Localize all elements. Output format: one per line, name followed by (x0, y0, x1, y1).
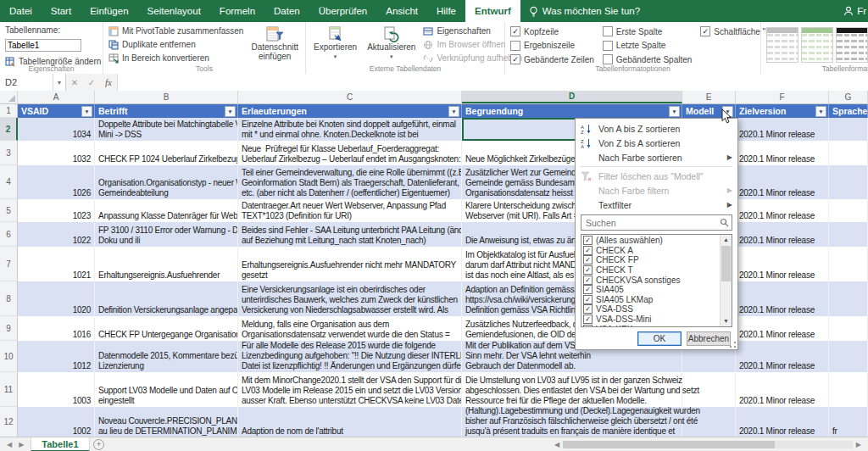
row-number[interactable]: 9 (0, 316, 18, 341)
scroll-up-icon[interactable]: ▲ (721, 235, 732, 245)
table-header-erlaeuterungen[interactable]: Erlaeuterungen▼ (238, 104, 462, 118)
tab-start[interactable]: Start (42, 0, 81, 22)
cell[interactable] (829, 247, 868, 281)
cell[interactable]: 1026 (18, 165, 95, 199)
cell[interactable]: Teil einer Gemeindeverwaltung, die eine … (238, 165, 462, 199)
cell[interactable]: (Haltung).Lagebestimmung und (Deckel).La… (462, 407, 682, 437)
checkbox-letzte-spalte[interactable]: Letzte Spalte (603, 41, 693, 51)
cell[interactable] (829, 165, 868, 199)
filter-value[interactable]: ✓CHECK T (583, 265, 720, 276)
row-number[interactable]: 6 (0, 222, 18, 247)
cell[interactable]: Support LV03 Modelle und Daten auf CHECK… (95, 372, 238, 407)
cell[interactable]: Datenmodelle 2015, Kommentare bezüglich … (95, 341, 238, 372)
row-number-1[interactable]: 1 (0, 104, 18, 118)
menu-item-sort-az[interactable]: AZ Von A bis Z sortieren (579, 121, 734, 136)
cell[interactable]: Neue Prüfregel für Klasse Ueberlauf_Foer… (238, 141, 462, 165)
cell[interactable]: Für alle Modelle des Release 2015 wurde … (238, 341, 462, 372)
cell[interactable]: Meldung, falls eine Organisation aus dem… (238, 316, 462, 341)
cell-f2[interactable]: 2020.1 Minor release (736, 118, 829, 141)
filter-button-erlaeuterungen[interactable]: ▼ (448, 106, 459, 117)
checkbox-kopfzeile[interactable]: ✓Kopfzeile (510, 26, 594, 36)
sheet-nav-left-icon[interactable]: ◀ (7, 441, 12, 448)
cell[interactable]: Definition Versickerungsanlage angepasst (95, 281, 238, 316)
scrollbar-thumb[interactable] (721, 246, 731, 281)
cell[interactable]: Erhaltungsereignis.Ausfuehrender nicht m… (238, 247, 462, 281)
tab-einfuegen[interactable]: Einfügen (81, 0, 137, 22)
table-header-begruendung[interactable]: Begruendung▼ (462, 104, 682, 118)
confirm-entry-icon[interactable]: ✓ (83, 78, 100, 87)
table-header-sprache[interactable]: Sprache▼ (829, 104, 868, 118)
convert-to-range-button[interactable]: In Bereich konvertieren (108, 52, 243, 64)
cancel-button[interactable]: Abbrechen (687, 331, 731, 346)
row-number[interactable]: 11 (0, 372, 18, 407)
table-style-dark-thumbnail[interactable] (836, 27, 868, 63)
cell[interactable]: FP 3100 / 3110 Error oder Warnung - Diff… (95, 222, 238, 247)
cell[interactable]: 2020.1 Minor release (736, 341, 829, 372)
resize-grip[interactable] (729, 341, 737, 348)
row-number[interactable]: 5 (0, 199, 18, 222)
filter-search-box[interactable] (581, 214, 732, 231)
cell[interactable]: Beides sind Fehler - SAA Leitung unterbr… (238, 222, 462, 247)
menu-item-sort-by-color[interactable]: Nach Farbe sortieren ▶ (579, 150, 734, 164)
menu-item-text-filters[interactable]: Textfilter ▶ (579, 198, 734, 212)
row-number[interactable]: 7 (0, 247, 18, 281)
account-area[interactable]: Fr (843, 0, 868, 22)
row-number-2-selected[interactable]: 2 (0, 118, 18, 141)
filter-button-zielversion[interactable]: ▼ (815, 106, 826, 117)
cell[interactable]: 1012 (18, 341, 95, 372)
filter-list-scrollbar[interactable]: ▲ ▼ (720, 235, 732, 326)
cell[interactable] (829, 316, 868, 341)
cell[interactable]: Erhaltungsereignis.Ausfuehrender (95, 247, 238, 281)
cell[interactable]: 1022 (18, 222, 95, 247)
cell[interactable] (829, 222, 868, 247)
table-style-green-thumbnail[interactable] (801, 27, 833, 63)
row-number[interactable]: 4 (0, 165, 18, 199)
column-header-b[interactable]: B (95, 91, 238, 103)
cell[interactable]: 1021 (18, 247, 95, 281)
cell[interactable]: fr (829, 407, 868, 437)
cell[interactable]: 1002 (18, 407, 95, 437)
filter-value[interactable]: ✓CHECKVSA sonstiges (583, 275, 720, 285)
cell-g2[interactable] (829, 118, 868, 141)
horizontal-scrollbar[interactable]: ◀ ▶ (551, 437, 868, 451)
sheet-tab-tabelle1[interactable]: Tabelle1 (31, 437, 89, 451)
cell[interactable]: Die Umstellung von LV03 auf LV95 ist in … (462, 372, 682, 407)
checkbox-erste-spalte[interactable]: Erste Spalte (603, 26, 693, 36)
insert-function-icon[interactable]: fx (100, 77, 117, 87)
row-number[interactable]: 3 (0, 141, 18, 165)
cell-b2[interactable]: Doppelte Attribute bei Matchingtabelle V… (95, 118, 238, 141)
tab-seitenlayout[interactable]: Seitenlayout (138, 0, 210, 22)
filter-value[interactable]: ✓VSA-DSS (583, 304, 720, 315)
remove-duplicates-button[interactable]: Duplikate entfernen (108, 38, 243, 51)
filter-value[interactable]: ✓SIA405 (583, 285, 720, 295)
name-box[interactable]: D2 (0, 74, 53, 91)
cell[interactable]: Adaption de nom de l'attribut (238, 407, 462, 437)
row-number[interactable]: 12 (0, 407, 18, 437)
filter-value[interactable]: ✓CHECK FP (583, 255, 720, 265)
cancel-entry-icon[interactable]: ✕ (66, 78, 83, 87)
export-button[interactable]: Exportieren ▼ (311, 25, 359, 64)
menu-item-sort-za[interactable]: ZA Von Z bis A sortieren (579, 136, 734, 150)
checkbox-ergebniszeile[interactable]: Ergebniszeile (510, 41, 594, 51)
filter-value-select-all[interactable]: ✓(Alles auswählen) (583, 236, 720, 246)
cell[interactable]: 2020.1 Minor release (736, 165, 829, 199)
cell[interactable] (829, 281, 868, 316)
ok-button[interactable]: OK (637, 331, 682, 346)
cell[interactable]: 2020.1 Minor release (736, 372, 829, 407)
filter-button-vsaid[interactable]: ▼ (81, 106, 92, 117)
refresh-button[interactable]: Aktualisieren ▼ (364, 25, 418, 64)
table-name-input[interactable] (5, 39, 81, 52)
cell[interactable]: 2020.1 Minor release (736, 281, 829, 316)
cell[interactable]: 2020.1 Minor release (736, 141, 829, 165)
row-number[interactable]: 8 (0, 281, 18, 316)
column-header-d-selected[interactable]: D (462, 91, 682, 103)
tab-formeln[interactable]: Formeln (210, 0, 264, 22)
column-header-a[interactable]: A (18, 91, 95, 103)
cell[interactable]: 2020.1 Minor release (736, 222, 829, 247)
tab-ueberpruefen[interactable]: Überprüfen (309, 0, 377, 22)
cell[interactable]: 2020.1 Minor release (736, 199, 829, 222)
cell[interactable]: CHECK FP 1024 Ueberlauf Zirkelbezug (95, 141, 238, 165)
cell[interactable]: Eine Versickerungsanlage ist ein oberird… (238, 281, 462, 316)
hscroll-left-icon[interactable]: ◀ (551, 441, 563, 448)
insert-slicer-button[interactable]: Datenschnitt einfügen (248, 25, 301, 64)
